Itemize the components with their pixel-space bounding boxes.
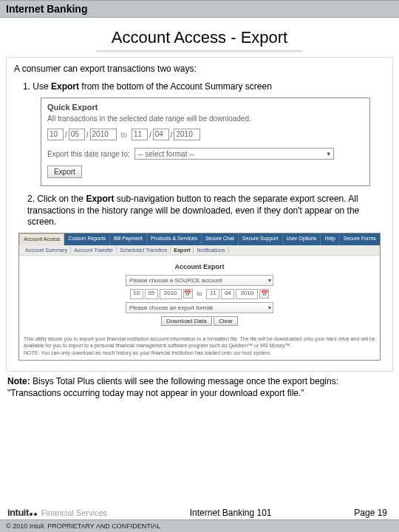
main-tabs: Account Access Custom Reports Bill Payme… — [19, 233, 380, 245]
ae-from-mm[interactable]: 10 — [130, 289, 143, 299]
title-wrap: Account Access - Export — [0, 25, 399, 51]
ae-format-value: Please choose an export format — [129, 304, 213, 311]
page-title: Account Access - Export — [97, 25, 302, 51]
list-item-2: 2. Click on the Export sub-navigation bu… — [27, 194, 381, 228]
ae-to-mm[interactable]: 11 — [206, 289, 219, 299]
ae-format-select[interactable]: Please choose an export format ▾ — [126, 302, 273, 313]
ae-from-yyyy[interactable]: 2010 — [160, 289, 182, 299]
source-value: Please choose a SOURCE account — [129, 277, 222, 284]
account-export-panel: Account Access Custom Reports Bill Payme… — [18, 233, 381, 361]
quick-export-button[interactable]: Export — [47, 166, 82, 178]
sep3: / — [149, 131, 151, 139]
quick-export-desc: All transactions in the selected date ra… — [47, 115, 364, 123]
quick-export-dates: 10 / 05 / 2010 to 11 / 04 / 2010 — [47, 129, 364, 140]
sub-tabs: Account Summary Account Transfer Schedul… — [19, 245, 380, 256]
ae-note-text: NOTE: You can only download as much hist… — [19, 349, 380, 360]
tab-secure-forms[interactable]: Secure Forms — [340, 233, 380, 245]
source-select[interactable]: Please choose a SOURCE account ▾ — [126, 275, 273, 286]
to-mm[interactable]: 11 — [132, 129, 148, 140]
clear-button[interactable]: Clear — [214, 316, 238, 326]
page-number: Page 19 — [354, 508, 387, 518]
header-title: Internet Banking — [6, 3, 87, 15]
footer-row1: intuit Financial Services Internet Banki… — [0, 504, 399, 519]
chevron-down-icon: ▾ — [268, 304, 271, 311]
chevron-down-icon: ▼ — [326, 151, 332, 157]
quick-export-panel: Quick Export All transactions in the sel… — [41, 98, 370, 186]
account-export-title: Account Export — [49, 263, 350, 270]
brand-fs: Financial Services — [41, 508, 107, 517]
account-export-body: Account Export Please choose a SOURCE ac… — [19, 256, 380, 332]
format-label: Export this date range to: — [47, 150, 130, 158]
to-yyyy[interactable]: 2010 — [174, 129, 200, 140]
li1-post: from the bottom of the Account Summary s… — [79, 81, 272, 92]
sep4: / — [171, 131, 173, 139]
footer-center: Internet Banking 101 — [190, 508, 272, 518]
note-text: Bisys Total Plus clients will see the fo… — [7, 376, 338, 398]
format-value: -- select format -- — [138, 150, 194, 158]
from-mm[interactable]: 10 — [47, 129, 64, 140]
li1-pre: 1. Use — [23, 81, 51, 92]
from-yyyy[interactable]: 2010 — [90, 129, 117, 140]
quick-export-format-row: Export this date range to: -- select for… — [47, 148, 364, 160]
footer-copyright: © 2010 Intuit. PROPRIETARY AND CONFIDENT… — [0, 519, 399, 532]
header-bar: Internet Banking — [0, 0, 399, 18]
ae-from-dd[interactable]: 05 — [145, 289, 158, 299]
tab-secure-chat[interactable]: Secure Chat — [202, 233, 239, 245]
ae-to-yyyy[interactable]: 2010 — [236, 289, 258, 299]
chevron-down-icon: ▾ — [268, 277, 271, 284]
ae-to-dd[interactable]: 04 — [221, 289, 234, 299]
tab-user-options[interactable]: User Options — [283, 233, 321, 245]
intuit-logo: intuit Financial Services — [7, 507, 107, 518]
tab-help[interactable]: Help — [321, 233, 339, 245]
note-label: Note: — [7, 376, 30, 386]
brand-intuit: intuit — [7, 507, 29, 518]
to-label: to — [121, 131, 127, 139]
sep1: / — [65, 131, 67, 139]
tab-custom-reports[interactable]: Custom Reports — [64, 233, 110, 245]
tab-bill-payment[interactable]: Bill Payment — [110, 233, 147, 245]
ae-dates: 10 05 2010 📅 to 11 04 2010 📅 — [130, 289, 270, 299]
subtab-export[interactable]: Export — [171, 247, 194, 253]
li1-bold: Export — [51, 81, 79, 92]
subtab-transfer[interactable]: Account Transfer — [71, 247, 117, 253]
tab-products[interactable]: Products & Services — [147, 233, 202, 245]
intro-text: A consumer can export transactions two w… — [14, 64, 385, 74]
tab-secure-support[interactable]: Secure Support — [239, 233, 283, 245]
calendar-icon[interactable]: 📅 — [259, 289, 269, 299]
download-button[interactable]: Download Data — [161, 316, 212, 326]
subtab-notifications[interactable]: Notifications — [194, 247, 228, 253]
calendar-icon[interactable]: 📅 — [183, 289, 193, 299]
content: A consumer can export transactions two w… — [6, 57, 393, 372]
subtab-scheduled[interactable]: Scheduled Transfers — [117, 247, 171, 253]
list-item-1: 1. Use Export from the bottom of the Acc… — [23, 81, 385, 92]
sep2: / — [86, 131, 89, 139]
page-note: Note: Bisys Total Plus clients will see … — [7, 376, 392, 399]
quick-export-title: Quick Export — [47, 103, 364, 112]
tab-account-access[interactable]: Account Access — [19, 233, 64, 245]
ae-help-text: This utility allows you to export your f… — [19, 336, 380, 349]
ae-to-label: to — [197, 290, 202, 297]
format-select[interactable]: -- select format -- ▼ — [134, 148, 334, 160]
li2-pre: 2. Click on the — [27, 194, 86, 204]
subtab-summary[interactable]: Account Summary — [22, 247, 71, 253]
from-dd[interactable]: 05 — [69, 129, 85, 140]
to-dd[interactable]: 04 — [153, 129, 169, 140]
li2-bold: Export — [86, 194, 114, 204]
footer: intuit Financial Services Internet Banki… — [0, 504, 399, 532]
